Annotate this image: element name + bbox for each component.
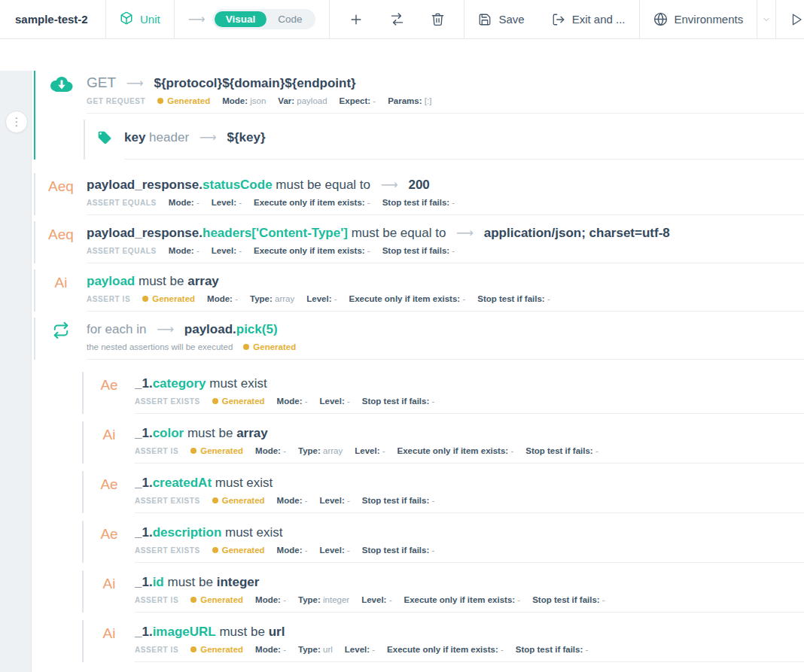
meta-item: Params: [:] <box>388 96 431 105</box>
delete-component-button[interactable] <box>418 12 458 26</box>
generated-dot-icon <box>142 296 148 302</box>
arrow-icon: ⟶ <box>126 77 144 90</box>
assertion-component[interactable]: Ai _1.color must be array ASSERT IS Gene… <box>82 421 804 464</box>
assertion-subline: ASSERT EQUALS Mode: - Level: - Execute o… <box>87 198 804 207</box>
meta-item: Execute only if item exists: - <box>387 645 504 654</box>
foreach-title: for each in ⟶ payload.pick(5) <box>87 321 804 339</box>
generated-dot-icon <box>212 398 218 404</box>
toolbar-test-name[interactable]: sample-test-2 <box>0 0 105 38</box>
assertion-component[interactable]: Aeq payload_response.headers['Content-Ty… <box>34 221 804 263</box>
generated-badge: Generated <box>212 546 265 555</box>
meta-item: Type: array <box>298 446 343 455</box>
toolbar: sample-test-2 Unit ⟶ Visual Code Save Ex… <box>0 0 804 39</box>
globe-icon <box>653 12 668 26</box>
meta-item: Stop test if fails: - <box>382 246 455 255</box>
meta-item: Execute only if item exists: - <box>349 294 466 303</box>
assertion-component[interactable]: Aeq payload_response.statusCode must be … <box>34 173 804 215</box>
assert-is-badge: Ai <box>103 575 116 593</box>
meta-item: Mode: - <box>207 294 238 303</box>
chevron-down-icon <box>762 15 771 24</box>
get-request-component[interactable]: GET ⟶ ${protocol}${domain}${endpoint} GE… <box>34 71 804 160</box>
assert-is-badge: Ai <box>103 625 116 643</box>
assertion-component[interactable]: Ae _1.createdAt must exist ASSERT EXISTS… <box>82 471 804 513</box>
request-method: GET <box>87 74 116 90</box>
add-component-button[interactable] <box>336 12 376 27</box>
assertion-component[interactable]: Ai _1.id must be integer ASSERT IS Gener… <box>82 570 804 613</box>
component-type-label: ASSERT EXISTS <box>135 546 200 555</box>
exit-icon <box>552 13 565 26</box>
component-actions <box>329 0 464 38</box>
left-rail <box>0 71 32 672</box>
run-button[interactable]: Run <box>776 0 804 38</box>
assertion-component[interactable]: Ai payload must be array ASSERT IS Gener… <box>34 269 804 312</box>
component-type-label: ASSERT IS <box>135 447 178 455</box>
meta-item: Stop test if fails: - <box>477 294 550 303</box>
tab-visual[interactable]: Visual <box>215 11 267 27</box>
test-composer-stage: ⋮ GET ⟶ ${protocol}${domain}${endpoint} <box>0 39 804 672</box>
generated-dot-icon <box>157 98 163 104</box>
generated-badge: Generated <box>190 595 243 604</box>
swap-arrows-icon <box>389 11 405 27</box>
component-menu-button[interactable]: ⋮ <box>5 111 28 133</box>
generated-dot-icon <box>190 646 196 652</box>
assertion-subline: ASSERT EXISTS Generated Mode: - Level: -… <box>135 397 804 406</box>
assertion-component[interactable]: Ae _1.description must exist ASSERT EXIS… <box>82 521 804 563</box>
assertion-subline: ASSERT IS Generated Mode: - Type: array … <box>87 294 804 303</box>
header-title: key header ⟶ ${key} <box>124 129 804 147</box>
assertion-component[interactable]: Ae _1.category must exist ASSERT EXISTS … <box>82 372 804 414</box>
exit-button[interactable]: Exit and ... <box>538 0 639 38</box>
assertion-title: _1.createdAt must exist <box>135 474 804 492</box>
arrow-icon: ⟶ <box>456 227 474 239</box>
arrow-icon: ⟶ <box>381 178 398 191</box>
meta-item: Expect: - <box>340 96 376 105</box>
meta-item: Stop test if fails: - <box>525 446 598 455</box>
environments-dropdown-toggle[interactable] <box>757 0 776 38</box>
component-type-label: ASSERT EQUALS <box>87 247 157 255</box>
meta-item: Type: url <box>298 645 333 654</box>
save-button[interactable]: Save <box>464 0 538 38</box>
meta-item: Stop test if fails: - <box>382 198 455 207</box>
generated-badge: Generated <box>157 96 210 105</box>
generated-dot-icon <box>212 547 218 553</box>
meta-item: Mode: - <box>255 645 286 654</box>
generated-dot-icon <box>190 448 196 454</box>
arrow-icon: ⟶ <box>199 131 217 144</box>
meta-item: Level: - <box>320 496 350 505</box>
request-title: GET ⟶ ${protocol}${domain}${endpoint} <box>87 74 804 93</box>
exit-label: Exit and ... <box>572 13 626 26</box>
unit-box-icon <box>120 11 133 27</box>
assert-exists-badge: Ae <box>100 525 117 543</box>
generated-badge: Generated <box>142 294 195 303</box>
cloud-download-icon <box>35 71 87 114</box>
meta-item: Stop test if fails: - <box>362 546 435 555</box>
foreach-component[interactable]: for each in ⟶ payload.pick(5) the nested… <box>34 318 804 360</box>
assertion-component[interactable]: Ai _1.imageURL must be url ASSERT IS Gen… <box>82 620 804 662</box>
assert-exists-badge: Ae <box>100 376 117 394</box>
meta-item: Level: - <box>320 546 350 555</box>
tag-icon <box>85 120 124 160</box>
request-url: ${protocol}${domain}${endpoint} <box>154 76 355 90</box>
meta-item: Stop test if fails: - <box>362 397 435 406</box>
unit-button[interactable]: Unit <box>105 0 174 38</box>
save-icon <box>478 13 492 26</box>
swap-components-button[interactable] <box>376 11 418 27</box>
unit-label: Unit <box>140 13 160 26</box>
generated-badge: Generated <box>212 496 265 505</box>
view-pillbox: Visual Code <box>212 9 316 29</box>
meta-item: Mode: - <box>169 198 199 207</box>
meta-item: Mode: - <box>255 446 286 455</box>
plus-icon <box>349 12 364 27</box>
meta-item: Type: integer <box>298 595 349 604</box>
environments-button[interactable]: Environments <box>639 0 757 38</box>
tab-code[interactable]: Code <box>266 11 313 27</box>
play-icon <box>790 13 803 26</box>
assertion-title: _1.imageURL must be url <box>135 623 804 641</box>
assertion-subline: ASSERT IS Generated Mode: - Type: url Le… <box>135 645 804 654</box>
meta-item: Level: - <box>212 246 242 255</box>
assertion-subline: ASSERT EXISTS Generated Mode: - Level: -… <box>135 496 804 505</box>
meta-item: Level: - <box>355 446 385 455</box>
assertion-title: payload_response.statusCode must be equa… <box>87 176 804 194</box>
meta-item: Mode: - <box>169 246 199 255</box>
header-component[interactable]: key header ⟶ ${key} <box>84 120 804 160</box>
generated-dot-icon <box>190 597 196 603</box>
